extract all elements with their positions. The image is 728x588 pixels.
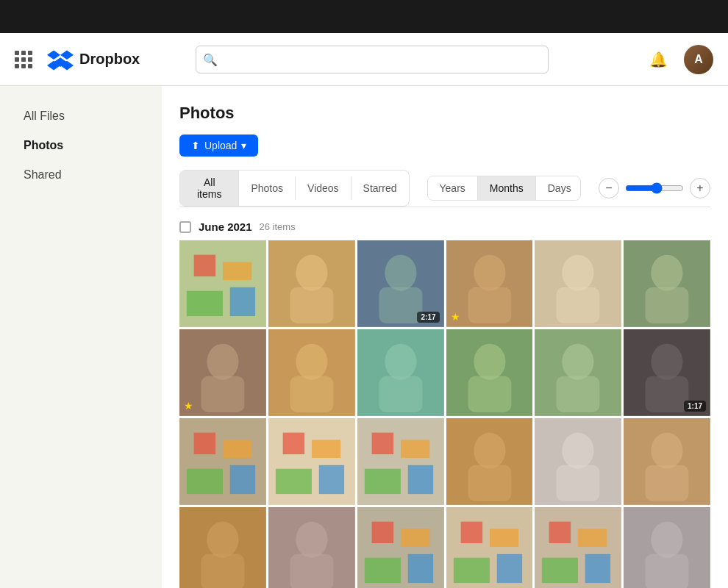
filter-days[interactable]: Days [536, 176, 581, 200]
search-bar: 🔍 [196, 46, 549, 74]
zoom-controls: − + [599, 178, 710, 198]
photo-grid: 2:17★★1:17 [179, 240, 710, 588]
search-input[interactable] [196, 46, 549, 74]
logo[interactable]: Dropbox [47, 46, 140, 73]
time-filter-group: Years Months Days [427, 176, 581, 201]
upload-button-label: Upload [204, 140, 237, 151]
section-count-june-2021: 26 items [260, 221, 296, 232]
content-area: Photos ⬆ Upload ▾ All items Photos Video… [162, 86, 728, 588]
section-header-june-2021: June 2021 26 items [179, 220, 710, 233]
filter-photos[interactable]: Photos [239, 176, 296, 200]
photo-cell[interactable] [268, 240, 355, 327]
photo-cell[interactable] [357, 418, 444, 505]
type-filter-group: All items Photos Videos Starred [179, 170, 410, 207]
zoom-out-button[interactable]: − [599, 178, 619, 198]
page-title: Photos [179, 104, 710, 123]
avatar[interactable]: A [684, 45, 713, 74]
header: Dropbox 🔍 🔔 A [0, 33, 728, 86]
photo-cell[interactable]: ★ [446, 240, 533, 327]
photo-cell[interactable]: 2:17 [357, 240, 444, 327]
filter-videos[interactable]: Videos [296, 176, 351, 200]
upload-icon: ⬆ [191, 140, 200, 151]
photo-cell[interactable] [268, 418, 355, 505]
photo-cell[interactable] [357, 507, 444, 588]
section-checkbox-june-2021[interactable] [179, 221, 191, 233]
filter-all-items[interactable]: All items [180, 171, 239, 206]
photo-cell[interactable]: ★ [179, 329, 266, 416]
zoom-in-button[interactable]: + [690, 178, 710, 198]
photo-cell[interactable] [179, 507, 266, 588]
sidebar-item-photos[interactable]: Photos [6, 132, 156, 159]
photo-cell[interactable] [624, 418, 710, 505]
upload-button[interactable]: ⬆ Upload ▾ [179, 135, 258, 157]
photo-cell[interactable] [446, 507, 533, 588]
photo-cell[interactable]: 1:17 [624, 329, 710, 416]
sidebar: All Files Photos Shared [0, 86, 162, 588]
app-grid-icon[interactable] [15, 51, 32, 68]
main-layout: All Files Photos Shared Photos ⬆ Upload … [0, 86, 728, 588]
sidebar-item-shared[interactable]: Shared [6, 161, 156, 189]
search-icon: 🔍 [203, 52, 218, 66]
sidebar-item-all-files[interactable]: All Files [6, 102, 156, 130]
photo-cell[interactable] [446, 329, 533, 416]
photo-cell[interactable] [535, 418, 621, 505]
header-right: 🔔 A [646, 45, 713, 74]
filter-starred[interactable]: Starred [351, 176, 409, 200]
top-bar [0, 0, 728, 33]
photo-cell[interactable] [535, 507, 621, 588]
filter-months[interactable]: Months [478, 176, 536, 200]
filter-years[interactable]: Years [428, 176, 478, 200]
photo-cell[interactable] [624, 240, 710, 327]
photo-cell[interactable] [268, 329, 355, 416]
photo-cell[interactable] [179, 240, 266, 327]
section-title-june-2021: June 2021 [199, 220, 252, 233]
photo-cell[interactable] [535, 240, 621, 327]
zoom-slider[interactable] [625, 182, 684, 194]
video-duration-badge: 1:17 [684, 401, 706, 412]
photo-cell[interactable] [446, 418, 533, 505]
photo-cell[interactable] [179, 418, 266, 505]
upload-dropdown-icon: ▾ [241, 140, 246, 151]
photo-cell[interactable] [357, 329, 444, 416]
filter-bar: All items Photos Videos Starred Years Mo… [179, 170, 710, 207]
starred-badge: ★ [451, 311, 460, 323]
photo-cell[interactable] [268, 507, 355, 588]
dropbox-logo-icon [47, 46, 74, 73]
logo-text: Dropbox [79, 51, 140, 68]
notifications-button[interactable]: 🔔 [646, 46, 672, 73]
starred-badge: ★ [184, 400, 193, 412]
photo-cell[interactable] [535, 329, 621, 416]
video-duration-badge: 2:17 [417, 312, 439, 323]
photo-cell[interactable] [624, 507, 710, 588]
